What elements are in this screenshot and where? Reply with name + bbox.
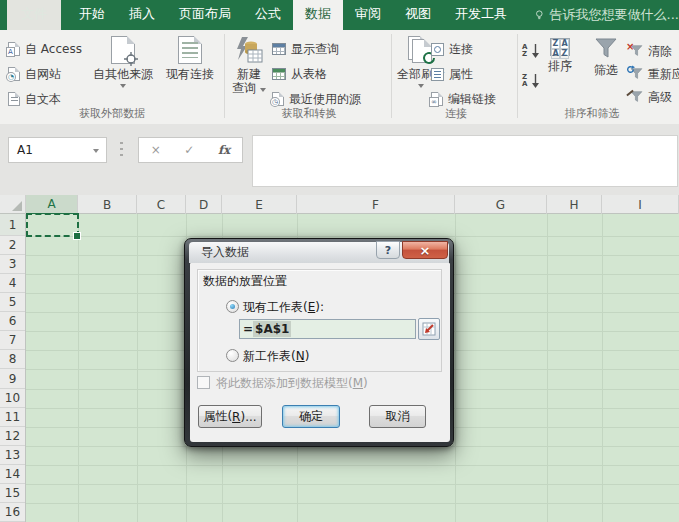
row-header-10[interactable]: 10	[0, 389, 25, 408]
show-queries-button[interactable]: 显示查询	[272, 39, 339, 59]
tab-文件[interactable]: 文件	[7, 0, 61, 30]
sort-dialog-icon: ZA AZ	[550, 38, 570, 56]
row-header-5[interactable]: 5	[0, 293, 25, 312]
formula-buttons: × ✓ fx	[138, 137, 243, 163]
gridline-vertical	[78, 214, 79, 522]
properties-button[interactable]: 属性	[431, 64, 473, 84]
column-header-F[interactable]: F	[297, 195, 455, 214]
column-header-B[interactable]: B	[78, 195, 137, 214]
dialog-help-button[interactable]: ?	[376, 241, 400, 259]
new-query-icon	[234, 36, 264, 64]
tab-数据[interactable]: 数据	[293, 0, 343, 30]
group-separator	[224, 34, 225, 118]
filter-button[interactable]: 筛选	[586, 36, 626, 77]
column-headers: ABCDEFGHI	[0, 195, 679, 214]
from-table-button[interactable]: 从表格	[272, 64, 327, 84]
tab-插入[interactable]: 插入	[117, 0, 167, 30]
reapply-filter-button[interactable]: 重新应用	[628, 64, 679, 84]
name-box[interactable]: A1	[8, 137, 107, 163]
import-data-dialog: 导入数据 ? × 数据的放置位置 现有工作表(E): =$A$1	[184, 238, 454, 447]
add-to-data-model-label: 将此数据添加到数据模型(M)	[216, 375, 368, 392]
ribbon-data-tab: A 自 Access ◔ 自网站 自文本 自其他来源	[0, 30, 679, 125]
gridline-horizontal	[26, 236, 679, 237]
collapse-dialog-button[interactable]	[418, 318, 440, 340]
insert-function-icon[interactable]: fx	[218, 143, 230, 157]
advanced-filter-button[interactable]: 高级	[628, 87, 672, 107]
connections-button[interactable]: 连接	[431, 39, 473, 59]
down-arrow-icon	[532, 74, 539, 88]
existing-connections-button[interactable]: 现有连接	[160, 36, 220, 81]
reapply-filter-icon	[628, 67, 643, 81]
row-header-11[interactable]: 11	[0, 408, 25, 427]
text-file-icon	[8, 92, 20, 106]
tab-开始[interactable]: 开始	[67, 0, 117, 30]
name-box-dropdown-icon[interactable]	[93, 149, 99, 153]
enter-entry-icon[interactable]: ✓	[184, 143, 194, 157]
range-select-icon	[422, 322, 436, 336]
properties-icon	[431, 68, 444, 81]
row-header-15[interactable]: 15	[0, 484, 25, 503]
column-header-I[interactable]: I	[602, 195, 679, 214]
add-to-data-model-checkbox[interactable]	[197, 376, 210, 389]
connections-icon	[431, 43, 444, 56]
group-separator	[517, 34, 518, 118]
column-header-A[interactable]: A	[26, 195, 78, 214]
row-header-12[interactable]: 12	[0, 427, 25, 446]
column-header-C[interactable]: C	[137, 195, 186, 214]
clear-filter-button[interactable]: × 清除	[628, 41, 672, 61]
row-header-9[interactable]: 9	[0, 369, 25, 388]
row-header-8[interactable]: 8	[0, 350, 25, 369]
existing-worksheet-label: 现有工作表(E):	[243, 299, 324, 316]
gridline-vertical	[547, 214, 548, 522]
formula-input[interactable]	[252, 135, 678, 187]
new-query-button[interactable]: 新建 查询	[228, 36, 270, 95]
new-worksheet-label: 新工作表(N)	[243, 348, 309, 365]
from-web-button[interactable]: ◔ 自网站	[8, 64, 61, 84]
sort-descending-button[interactable]: ZA	[522, 71, 539, 91]
tab-开发工具[interactable]: 开发工具	[443, 0, 519, 30]
row-header-7[interactable]: 7	[0, 331, 25, 350]
properties-dialog-button[interactable]: 属性(R)...	[198, 405, 262, 428]
lightbulb-icon	[535, 7, 544, 23]
existing-connections-icon	[178, 36, 202, 64]
row-header-1[interactable]: 1	[0, 214, 25, 236]
tab-视图[interactable]: 视图	[393, 0, 443, 30]
cancel-button[interactable]: 取消	[369, 405, 426, 428]
column-header-H[interactable]: H	[547, 195, 602, 214]
row-header-13[interactable]: 13	[0, 446, 25, 465]
existing-worksheet-radio[interactable]	[226, 300, 239, 313]
column-header-E[interactable]: E	[222, 195, 297, 214]
row-header-4[interactable]: 4	[0, 274, 25, 293]
row-header-2[interactable]: 2	[0, 236, 25, 255]
ribbon-tabs: 文件开始插入页面布局公式数据审阅视图开发工具	[0, 0, 519, 30]
range-input[interactable]: =$A$1	[239, 319, 416, 339]
new-worksheet-radio[interactable]	[226, 349, 239, 362]
selected-cell-marquee[interactable]	[26, 213, 79, 237]
row-header-16[interactable]: 16	[0, 503, 25, 522]
from-access-button[interactable]: A 自 Access	[8, 39, 82, 59]
cancel-entry-icon[interactable]: ×	[151, 143, 161, 157]
row-header-3[interactable]: 3	[0, 255, 25, 274]
show-queries-icon	[272, 43, 286, 55]
from-other-sources-button[interactable]: 自其他来源	[90, 36, 156, 88]
row-header-6[interactable]: 6	[0, 312, 25, 331]
sort-za-icon: ZA	[522, 74, 527, 88]
sort-button[interactable]: ZA AZ 排序	[541, 38, 579, 73]
sort-ascending-button[interactable]: AZ	[522, 41, 539, 61]
row-header-14[interactable]: 14	[0, 465, 25, 484]
gridline-vertical	[137, 214, 138, 522]
tab-公式[interactable]: 公式	[243, 0, 293, 30]
fill-handle[interactable]	[73, 232, 81, 240]
dialog-close-button[interactable]: ×	[402, 241, 448, 259]
column-header-D[interactable]: D	[186, 195, 222, 214]
ok-button[interactable]: 确定	[282, 405, 340, 428]
formula-bar-resize-handle[interactable]	[120, 142, 123, 158]
group-label-get-external-data: 获取外部数据	[0, 106, 224, 120]
select-all-corner[interactable]	[0, 195, 26, 214]
tell-me-box[interactable]: 告诉我您想要做什么...	[535, 6, 679, 30]
group-label-connections: 连接	[395, 106, 517, 120]
tab-页面布局[interactable]: 页面布局	[167, 0, 243, 30]
column-header-G[interactable]: G	[455, 195, 547, 214]
tab-审阅[interactable]: 审阅	[343, 0, 393, 30]
from-table-icon	[272, 68, 286, 80]
